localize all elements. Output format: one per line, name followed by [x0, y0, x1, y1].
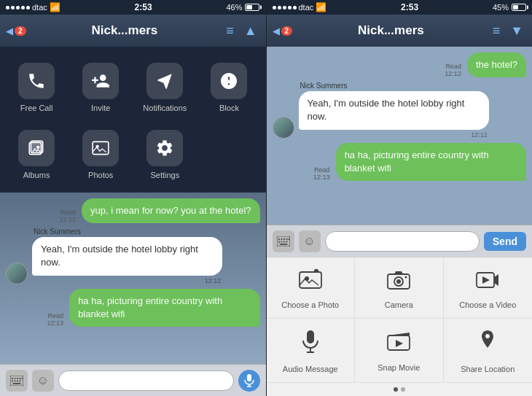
camera-label: Camera [385, 300, 413, 309]
attach-item-audio-message[interactable]: Audio Message [267, 319, 356, 383]
right-battery-pct: 45% [493, 3, 509, 12]
svg-point-4 [36, 146, 39, 149]
svg-rect-17 [13, 383, 21, 384]
right-time: 2:53 [401, 2, 418, 12]
dot3 [16, 6, 20, 9]
left-battery-fill [246, 5, 251, 9]
left-bubble-1: yup, i mean for now? you at the hotel? [82, 198, 259, 223]
left-back-button[interactable]: ◀ 2 [6, 26, 26, 36]
camera-icon [387, 270, 410, 295]
right-collapse-icon[interactable]: ▼ [507, 23, 526, 39]
right-bubble-wrap-2: Nick Summers Yeah, I'm outside the hotel… [299, 82, 489, 138]
left-panel: dtac 📶 2:53 46% ◀ 2 Nick...mers ≡ ▲ [0, 0, 266, 396]
r-dot2 [278, 6, 281, 9]
left-chat-area: Read 12:12 yup, i mean for now? you at t… [0, 193, 266, 364]
svg-rect-14 [15, 380, 16, 381]
right-bubble-wrap-1: the hotel? [467, 53, 526, 77]
notifications-label: Notifications [143, 104, 187, 112]
left-keyboard-btn[interactable] [6, 370, 28, 392]
left-bubble-wrap-2: Nick Summers Yeah, I'm outside the hotel… [32, 228, 222, 284]
left-emoji-btn[interactable]: ☺ [32, 370, 54, 392]
attach-item-choose-photo[interactable]: Choose a Photo [267, 257, 356, 319]
left-menu-icon[interactable]: ≡ [223, 23, 237, 39]
svg-rect-22 [278, 238, 280, 240]
left-bubble-wrap-3: ha ha, picturing entire country with bla… [69, 289, 259, 327]
right-attachment-grid: Choose a Photo Camera Choose a Video [267, 257, 533, 383]
svg-rect-18 [247, 374, 251, 381]
left-menu-overlay: Free Call Invite Notifications [0, 47, 266, 193]
r-dot1 [273, 6, 276, 9]
right-time-3: 12:13 [313, 174, 330, 181]
svg-rect-16 [20, 380, 21, 381]
share-location-label: Share Location [461, 365, 515, 373]
right-read-wrap-3: Read 12:13 [313, 166, 330, 181]
left-menu-grid: Free Call Invite Notifications [0, 47, 266, 193]
left-back-badge: 2 [15, 26, 26, 36]
left-carrier: dtac [32, 3, 47, 12]
block-icon [211, 63, 247, 99]
right-back-arrow: ◀ [273, 26, 280, 36]
left-avatar-2 [6, 263, 28, 284]
left-msg-row-1: Read 12:12 yup, i mean for now? you at t… [6, 198, 260, 223]
audio-message-icon [302, 330, 319, 359]
left-read-wrap-1: Read 12:12 [60, 209, 77, 223]
menu-item-settings[interactable]: Settings [134, 123, 195, 187]
svg-rect-25 [286, 238, 287, 240]
menu-item-albums[interactable]: Albums [6, 123, 67, 187]
dot2 [11, 6, 15, 9]
choose-photo-label: Choose a Photo [281, 300, 339, 309]
menu-item-photos[interactable]: Photos [70, 123, 131, 187]
right-send-button[interactable]: Send [484, 232, 526, 251]
menu-item-block[interactable]: Block [198, 55, 259, 120]
svg-point-37 [405, 276, 407, 278]
right-avatar-img-2 [273, 117, 294, 138]
right-emoji-btn[interactable]: ☺ [299, 230, 321, 252]
right-time-2: 12:12 [299, 131, 489, 139]
photos-icon [82, 130, 119, 166]
left-header: ◀ 2 Nick...mers ≡ ▲ [0, 15, 266, 47]
attach-item-share-location[interactable]: Share Location [444, 319, 533, 383]
attach-item-choose-video[interactable]: Choose a Video [444, 257, 533, 319]
left-sender-2: Nick Summers [32, 228, 222, 236]
left-text-input[interactable] [58, 370, 234, 391]
svg-rect-11 [20, 378, 21, 379]
left-status-bar: dtac 📶 2:53 46% [0, 0, 266, 15]
right-battery-fill [513, 5, 518, 9]
left-status-right: 46% [226, 3, 259, 12]
attach-item-snap-movie[interactable]: Snap Movie [355, 319, 444, 383]
svg-rect-29 [283, 241, 285, 242]
free-call-icon [18, 63, 55, 99]
right-wifi-icon: 📶 [316, 2, 326, 12]
menu-item-notifications[interactable]: Notifications [134, 55, 195, 120]
right-header: ◀ 2 Nick...mers ≡ ▼ [267, 15, 533, 47]
svg-rect-32 [300, 272, 321, 288]
right-carrier: dtac [299, 3, 314, 12]
left-mic-btn[interactable] [238, 370, 260, 392]
right-battery-icon [512, 4, 526, 11]
svg-rect-28 [281, 241, 282, 242]
right-back-button[interactable]: ◀ 2 [273, 26, 293, 36]
right-text-input[interactable] [325, 231, 480, 252]
invite-label: Invite [91, 104, 110, 112]
right-bubble-2: Yeah, I'm outside the hotel lobby right … [299, 91, 489, 129]
right-menu-icon[interactable]: ≡ [490, 23, 504, 39]
snap-movie-label: Snap Movie [378, 363, 420, 372]
left-input-bar: ☺ [0, 364, 266, 396]
menu-item-invite[interactable]: Invite [70, 55, 131, 120]
menu-item-free-call[interactable]: Free Call [6, 55, 67, 120]
audio-message-label: Audio Message [283, 365, 338, 373]
right-msg-row-2: Nick Summers Yeah, I'm outside the hotel… [273, 82, 527, 138]
left-read-3: Read [48, 312, 64, 319]
left-collapse-icon[interactable]: ▲ [241, 23, 260, 39]
signal-dots [6, 6, 30, 9]
left-read-wrap-3: Read 12:13 [47, 312, 64, 327]
choose-photo-icon [299, 269, 322, 295]
albums-label: Albums [23, 171, 50, 179]
left-battery-icon [245, 4, 259, 11]
right-keyboard-btn[interactable] [273, 230, 294, 252]
dot5 [26, 6, 30, 9]
attach-item-camera[interactable]: Camera [355, 257, 444, 319]
svg-rect-40 [307, 330, 314, 343]
dots-indicator [267, 383, 533, 396]
left-bubble-2: Yeah, I'm outside the hotel lobby right … [32, 237, 222, 275]
